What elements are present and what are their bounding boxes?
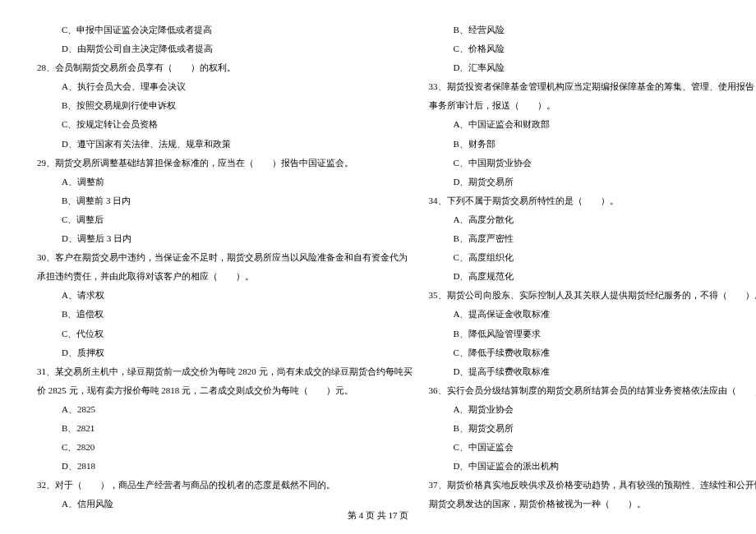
right-line: 事务所审计后，报送（ ）。 (429, 96, 757, 115)
left-line: 32、对于（ ），商品生产经营者与商品的投机者的态度是截然不同的。 (37, 476, 413, 495)
right-line: 34、下列不属于期货交易所特性的是（ ）。 (429, 191, 757, 210)
right-line: D、中国证监会的派出机构 (429, 457, 757, 476)
left-line: D、2818 (37, 457, 413, 476)
left-line: A、2825 (37, 400, 413, 419)
page-footer: 第 4 页 共 17 页 (0, 509, 756, 522)
left-line: C、申报中国证监会决定降低或者提高 (37, 21, 413, 39)
left-line: B、追偿权 (37, 305, 413, 324)
right-line: D、汇率风险 (429, 58, 757, 77)
left-line: C、2820 (37, 438, 413, 457)
left-line: B、2821 (37, 419, 413, 438)
right-line: 37、期货价格真实地反映供求及价格变动趋势，具有较强的预期性、连续性和公开性，所… (429, 476, 757, 495)
left-line: C、按规定转让会员资格 (37, 115, 413, 134)
right-line: 33、期货投资者保障基金管理机构应当定期编报保障基金的筹集、管理、使用报告，经会… (429, 77, 757, 96)
left-line: 31、某交易所主机中，绿豆期货前一成交价为每吨 2820 元，尚有未成交的绿豆期… (37, 362, 413, 381)
right-column: B、经营风险C、价格风险D、汇率风险33、期货投资者保障基金管理机构应当定期编报… (421, 21, 757, 513)
left-line: 价 2825 元，现有卖方报价每吨 2818 元，二者成交则成交价为每吨（ ）元… (37, 381, 413, 400)
left-line: A、执行会员大会、理事会决议 (37, 77, 413, 96)
left-line: A、调整前 (37, 173, 413, 191)
right-line: C、高度组织化 (429, 248, 757, 267)
left-line: D、调整后 3 日内 (37, 229, 413, 248)
right-line: D、高度规范化 (429, 267, 757, 286)
right-line: A、高度分散化 (429, 210, 757, 229)
right-line: 36、实行会员分级结算制度的期货交易所结算会员的结算业务资格依法应由（ ）批准。 (429, 381, 757, 400)
left-line: D、质押权 (37, 343, 413, 362)
right-line: D、提高手续费收取标准 (429, 362, 757, 381)
right-line: D、期货交易所 (429, 173, 757, 191)
left-line: 29、期货交易所调整基础结算担保金标准的，应当在（ ）报告中国证监会。 (37, 154, 413, 173)
left-line: C、调整后 (37, 210, 413, 229)
left-line: 承担违约责任，并由此取得对该客户的相应（ ）。 (37, 267, 413, 286)
left-line: D、由期货公司自主决定降低或者提高 (37, 39, 413, 58)
left-line: A、请求权 (37, 286, 413, 305)
right-line: B、财务部 (429, 135, 757, 154)
right-line: B、经营风险 (429, 21, 757, 39)
right-line: C、中国期货业协会 (429, 154, 757, 173)
document-content: C、申报中国证监会决定降低或者提高D、由期货公司自主决定降低或者提高28、会员制… (0, 0, 756, 513)
left-column: C、申报中国证监会决定降低或者提高D、由期货公司自主决定降低或者提高28、会员制… (29, 21, 421, 513)
right-line: A、中国证监会和财政部 (429, 115, 757, 134)
right-line: 35、期货公司向股东、实际控制人及其关联人提供期货经纪服务的，不得（ ）。 (429, 286, 757, 305)
left-line: 28、会员制期货交易所会员享有（ ）的权利。 (37, 58, 413, 77)
right-line: B、高度严密性 (429, 229, 757, 248)
right-line: C、价格风险 (429, 39, 757, 58)
right-line: C、中国证监会 (429, 438, 757, 457)
right-line: A、提高保证金收取标准 (429, 305, 757, 324)
right-line: C、降低手续费收取标准 (429, 343, 757, 362)
left-line: 30、客户在期货交易中违约，当保证金不足时，期货交易所应当以风险准备金和自有资金… (37, 248, 413, 267)
right-line: A、期货业协会 (429, 400, 757, 419)
left-line: B、按照交易规则行使申诉权 (37, 96, 413, 115)
left-line: C、代位权 (37, 325, 413, 343)
left-line: B、调整前 3 日内 (37, 191, 413, 210)
left-line: D、遵守国家有关法律、法规、规章和政策 (37, 135, 413, 154)
right-line: B、降低风险管理要求 (429, 325, 757, 343)
right-line: B、期货交易所 (429, 419, 757, 438)
